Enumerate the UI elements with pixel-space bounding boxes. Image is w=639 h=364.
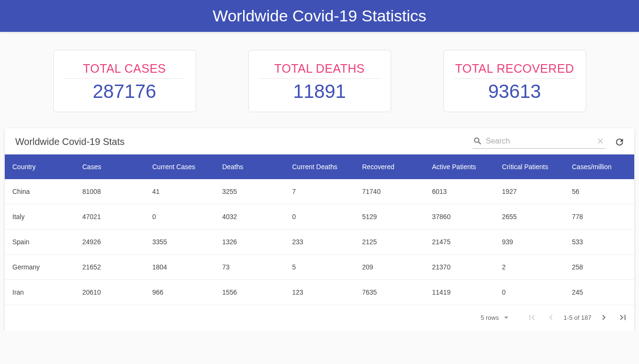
table-cell: 24926 <box>75 230 145 255</box>
table-cell: Italy <box>5 204 75 230</box>
search-icon <box>472 136 483 146</box>
column-header[interactable]: Country <box>5 154 75 179</box>
table-cell: 7 <box>285 179 354 204</box>
table-row[interactable]: China810084132557717406013192756 <box>5 179 634 204</box>
table-cell: 47021 <box>75 204 145 230</box>
refresh-button[interactable] <box>614 137 625 147</box>
table-cell: 73 <box>215 255 285 280</box>
table-cell: 11419 <box>424 280 494 305</box>
table-cell: 123 <box>285 280 354 305</box>
page-title: Worldwide Covid-19 Statistics <box>0 0 639 32</box>
table-cell: 258 <box>564 255 634 280</box>
table-cell: 2655 <box>494 204 564 230</box>
table-row[interactable]: Germany216521804735209213702258 <box>5 255 634 280</box>
table-cell: 7635 <box>354 280 424 305</box>
column-header[interactable]: Deaths <box>215 154 285 179</box>
table-cell: 2125 <box>354 230 424 255</box>
stat-label: TOTAL CASES <box>59 62 191 78</box>
table-toolbar: Worldwide Covid-19 Stats <box>5 128 634 154</box>
table-cell: 2 <box>494 255 564 280</box>
table-cell: Spain <box>5 230 75 255</box>
rows-label: 5 rows <box>481 314 499 321</box>
stat-value: 287176 <box>59 81 191 102</box>
table-cell: 21370 <box>424 255 494 280</box>
divider <box>259 78 380 79</box>
table-body: China810084132557717406013192756Italy470… <box>5 179 634 305</box>
column-header[interactable]: Cases/million <box>564 154 634 179</box>
stat-card-recovered: TOTAL RECOVERED 93613 <box>443 50 586 112</box>
table-cell: Germany <box>5 255 75 280</box>
table-cell: 71740 <box>354 179 424 204</box>
column-header[interactable]: Cases <box>75 154 145 179</box>
table-panel: Worldwide Covid-19 Stats CountryCasesCur… <box>5 128 634 331</box>
table-cell: 533 <box>564 230 634 255</box>
divider <box>454 78 575 79</box>
table-cell: 4032 <box>215 204 285 230</box>
column-header[interactable]: Critical Patients <box>494 154 564 179</box>
column-header[interactable]: Current Cases <box>145 154 215 179</box>
table-header: CountryCasesCurrent CasesDeathsCurrent D… <box>5 154 634 179</box>
table-cell: 1927 <box>494 179 564 204</box>
search-field[interactable] <box>472 135 606 149</box>
stats-row: TOTAL CASES 287176 TOTAL DEATHS 11891 TO… <box>0 32 639 128</box>
search-input[interactable] <box>483 135 595 147</box>
table-cell: China <box>5 179 75 204</box>
table-row[interactable]: Spain2492633551326233212521475939533 <box>5 230 634 255</box>
first-page-button[interactable] <box>522 309 541 326</box>
table-cell: 1556 <box>215 280 285 305</box>
data-table: CountryCasesCurrent CasesDeathsCurrent D… <box>5 154 634 305</box>
table-cell: 5 <box>285 255 354 280</box>
stat-value: 11891 <box>254 81 386 102</box>
table-cell: 209 <box>354 255 424 280</box>
table-cell: 3255 <box>215 179 285 204</box>
table-cell: 0 <box>494 280 564 305</box>
next-page-button[interactable] <box>594 309 613 326</box>
divider <box>64 78 185 79</box>
table-cell: 21652 <box>75 255 145 280</box>
table-cell: 5129 <box>354 204 424 230</box>
table-cell: Iran <box>5 280 75 305</box>
table-cell: 966 <box>145 280 215 305</box>
page-range-label: 1-5 of 187 <box>563 314 591 321</box>
dropdown-icon <box>501 313 511 322</box>
stat-label: TOTAL RECOVERED <box>449 62 581 78</box>
rows-per-page-select[interactable]: 5 rows <box>481 313 511 322</box>
table-cell: 81008 <box>75 179 145 204</box>
table-cell: 41 <box>145 179 215 204</box>
table-cell: 6013 <box>424 179 494 204</box>
table-cell: 245 <box>564 280 634 305</box>
stat-value: 93613 <box>449 81 581 102</box>
table-cell: 37860 <box>424 204 494 230</box>
column-header[interactable]: Active Patients <box>424 154 494 179</box>
table-cell: 0 <box>145 204 215 230</box>
table-row[interactable]: Italy470210403205129378602655778 <box>5 204 634 230</box>
stat-label: TOTAL DEATHS <box>254 62 386 78</box>
table-cell: 1804 <box>145 255 215 280</box>
table-footer: 5 rows 1-5 of 187 <box>5 305 634 331</box>
column-header[interactable]: Recovered <box>354 154 424 179</box>
stat-card-deaths: TOTAL DEATHS 11891 <box>248 50 391 112</box>
column-header[interactable]: Current Deaths <box>285 154 354 179</box>
table-row[interactable]: Iran2061096615561237635114190245 <box>5 280 634 305</box>
table-cell: 56 <box>564 179 634 204</box>
table-cell: 0 <box>285 204 354 230</box>
table-cell: 1326 <box>215 230 285 255</box>
table-cell: 233 <box>285 230 354 255</box>
table-cell: 939 <box>494 230 564 255</box>
table-cell: 778 <box>564 204 634 230</box>
last-page-button[interactable] <box>613 309 632 326</box>
table-cell: 20610 <box>75 280 145 305</box>
table-title: Worldwide Covid-19 Stats <box>15 136 472 147</box>
table-cell: 3355 <box>145 230 215 255</box>
stat-card-cases: TOTAL CASES 287176 <box>53 50 196 112</box>
prev-page-button[interactable] <box>541 309 560 326</box>
clear-icon[interactable] <box>595 136 606 146</box>
table-cell: 21475 <box>424 230 494 255</box>
